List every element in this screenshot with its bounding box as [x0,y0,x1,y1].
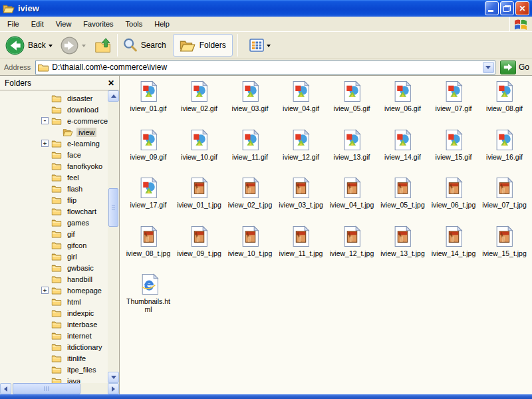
tree-item[interactable]: flip [0,194,108,205]
tree-item[interactable]: internet [0,330,108,341]
file-item[interactable]: iview_02_t.jpg [225,175,275,223]
file-item[interactable]: iview_14_t.jpg [428,223,479,272]
tree-horizontal-scrollbar[interactable] [0,383,119,394]
file-item[interactable]: iview_02.gif [174,78,225,127]
address-dropdown-button[interactable] [483,62,494,73]
file-item[interactable]: iview_16.gif [479,127,530,176]
scroll-up-button[interactable] [108,90,119,102]
file-item[interactable]: iview_14.gif [378,127,428,176]
file-item[interactable]: iview_01_t.jpg [174,175,225,223]
file-item[interactable]: iview_03_t.jpg [276,175,327,223]
folder-icon [51,229,62,238]
file-item[interactable]: iview_09_t.jpg [174,223,225,272]
file-item[interactable]: iview_13_t.jpg [378,223,428,272]
tree-item[interactable]: disaster [0,92,108,104]
file-item[interactable]: iview_06_t.jpg [428,175,479,223]
title-bar[interactable]: iview ✕ [0,0,532,17]
file-item[interactable]: iview_08_t.jpg [123,223,174,272]
file-item[interactable]: iview_17.gif [123,175,174,223]
tree-item[interactable]: flowchart [0,205,108,217]
file-item[interactable]: iview_03.gif [225,78,275,127]
file-item[interactable]: iview_04_t.jpg [327,175,377,223]
scroll-left-button[interactable] [0,383,11,394]
tree-item[interactable]: gif [0,228,108,239]
tree-item[interactable]: itpe_files [0,364,108,375]
tree-item[interactable]: html [0,296,108,307]
file-item[interactable]: iview_13.gif [327,127,377,176]
file-icon [493,129,515,151]
address-combo[interactable]: D:\thaiall.com\e-commerce\iview [35,61,495,74]
tree-item[interactable]: java [0,375,108,383]
tree-item[interactable]: flash [0,183,108,194]
file-item[interactable]: iview_05_t.jpg [378,175,428,223]
menu-tools[interactable]: Tools [120,18,149,30]
horizontal-scroll-track[interactable] [11,383,108,394]
vertical-scroll-thumb[interactable] [108,188,118,227]
file-item[interactable]: iview_10_t.jpg [225,223,275,272]
file-item[interactable]: iview_10.gif [174,127,225,176]
tree-item[interactable]: games [0,217,108,228]
menu-file[interactable]: File [1,18,25,30]
up-button[interactable] [94,37,112,55]
file-item[interactable]: iview_11_t.jpg [276,223,327,272]
tree-item[interactable]: e-learning [0,138,108,149]
file-item[interactable]: iview_07.gif [428,78,479,127]
scroll-right-button[interactable] [108,383,119,394]
back-button[interactable]: Back [5,36,53,55]
file-item[interactable]: iview_08.gif [479,78,530,127]
tree-item[interactable]: download [0,104,108,115]
file-item[interactable]: iview_04.gif [276,78,327,127]
tree-item[interactable]: indexpic [0,307,108,319]
file-icon [341,177,363,199]
address-path[interactable]: D:\thaiall.com\e-commerce\iview [52,63,483,72]
scroll-down-button[interactable] [108,372,119,383]
menu-view[interactable]: View [50,18,78,30]
tree-vertical-scrollbar[interactable] [108,90,119,383]
tree-item[interactable]: itdictionary [0,341,108,352]
tree-expander-icon[interactable] [41,140,49,147]
horizontal-scroll-thumb[interactable] [13,383,80,394]
file-item[interactable]: iview_12.gif [276,127,327,176]
file-item[interactable]: iview_01.gif [123,78,174,127]
vertical-scroll-track[interactable] [108,102,119,372]
folders-toggle-button[interactable]: Folders [173,34,233,57]
menu-favorites[interactable]: Favorites [77,18,119,30]
tree-item[interactable]: girl [0,251,108,262]
menu-help[interactable]: Help [148,18,176,30]
tree-item[interactable]: iview [0,126,108,138]
file-item[interactable]: iview_12_t.jpg [327,223,377,272]
file-item[interactable]: Thumbnails.html [123,271,174,320]
tree-item[interactable]: itinlife [0,352,108,364]
tree-item[interactable]: face [0,149,108,160]
tree-item[interactable]: gifcon [0,239,108,251]
tree-item[interactable]: homepage [0,285,108,296]
go-button[interactable] [500,61,516,74]
file-item[interactable]: iview_09.gif [123,127,174,176]
file-item[interactable]: iview_11.gif [225,127,275,176]
tree-expander-icon[interactable] [41,287,49,294]
file-item[interactable]: iview_15_t.jpg [479,223,530,272]
close-button[interactable]: ✕ [515,1,529,15]
tree-item[interactable]: fanofkyoko [0,160,108,172]
tree-item[interactable]: interbase [0,319,108,330]
tree-item-label: games [65,218,91,227]
views-button[interactable] [249,39,271,52]
menu-edit[interactable]: Edit [25,18,50,30]
tree-expander-icon[interactable] [41,117,49,124]
tree-item[interactable]: handbill [0,273,108,285]
minimize-button[interactable] [485,1,499,15]
tree-item[interactable]: e-commerce [0,115,108,126]
file-item[interactable]: iview_05.gif [327,78,377,127]
back-dropdown-icon[interactable] [49,45,53,49]
file-item[interactable]: iview_06.gif [378,78,428,127]
tree-item[interactable]: gwbasic [0,262,108,273]
panel-close-icon[interactable]: ✕ [108,79,114,87]
restore-button[interactable] [500,1,514,15]
views-dropdown-icon[interactable] [267,45,271,49]
search-button[interactable]: Search [122,37,166,53]
tree-item-label: feel [65,173,81,182]
file-item[interactable]: iview_07_t.jpg [479,175,530,223]
forward-button[interactable] [61,37,86,55]
tree-item[interactable]: feel [0,172,108,183]
file-item[interactable]: iview_15.gif [428,127,479,176]
